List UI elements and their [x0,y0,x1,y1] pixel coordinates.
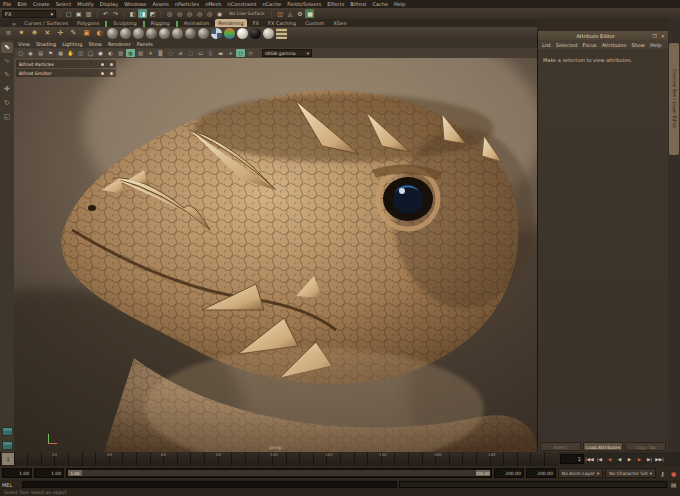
menu-set-dropdown[interactable]: FX ▾ [2,10,56,18]
resolution-gate-icon[interactable]: ▯ [206,49,215,57]
material-viewer-toggle-icon[interactable]: ▦ [305,9,314,18]
render-settings-icon[interactable]: ⚙ [295,9,304,18]
command-input[interactable] [22,481,397,488]
shelf-tab[interactable]: Custom [302,19,327,27]
panel-menu-item[interactable]: Lighting [62,41,82,47]
shelf-tab[interactable]: Curves / Surfaces [21,19,71,27]
lock-camera-icon[interactable]: ◉ [26,49,35,57]
menu-item[interactable]: Effects [327,0,344,8]
arnold-light-icon[interactable]: ◐ [94,28,105,39]
open-scene-icon[interactable]: ▣ [74,9,83,18]
menu-item[interactable]: Display [100,0,118,8]
isolate-select-icon[interactable]: ◇ [246,49,255,57]
current-frame-field[interactable]: 1 [560,454,584,464]
range-slider[interactable]: 1.00 200.00 [66,468,492,478]
menu-item[interactable]: Fields/Solvers [287,0,321,8]
menu-item[interactable]: nConstraint [227,0,256,8]
wireframe-icon[interactable]: ▥ [116,49,125,57]
load-attributes-button[interactable]: Load Attributes [583,442,624,451]
shelf-tab[interactable]: Rendering [215,19,247,27]
step-back-key-button[interactable]: ◀ [605,455,614,464]
ambient-light-icon[interactable]: ✛ [55,28,66,39]
joint-xray-icon[interactable]: ◫ [76,49,85,57]
two-d-pan-zoom-icon[interactable]: ✋ [66,49,75,57]
range-end-handle[interactable]: 200.00 [476,470,490,476]
gamma-icon[interactable]: ◐ [106,49,115,57]
command-line-language-label[interactable]: MEL [2,482,20,488]
phong-e-material-icon[interactable] [172,28,183,39]
go-to-start-button[interactable]: |◀◀ [585,455,594,464]
shelf-tab[interactable]: Rigging [148,19,173,27]
menu-item[interactable]: Modify [77,0,94,8]
blinn-material-icon[interactable] [133,28,144,39]
script-editor-icon[interactable]: ▤ [669,481,678,488]
animation-end-field[interactable]: 200.00 [526,468,556,478]
shelf-tab[interactable]: Polygons [74,19,102,27]
attribute-editor-menu-item[interactable]: Focus [582,42,596,48]
menu-item[interactable]: nMesh [205,0,221,8]
attribute-editor-menu-item[interactable]: Selected [556,42,578,48]
menu-item[interactable]: Assets [152,0,168,8]
use-all-lights-icon[interactable]: ☀ [146,49,155,57]
env-ball-icon[interactable] [237,28,248,39]
attribute-editor-menu-item[interactable]: Show [631,42,645,48]
shading-map-icon[interactable] [198,28,209,39]
set-key-icon[interactable]: ⚷ [658,469,667,478]
textured-icon[interactable]: ▨ [136,49,145,57]
xray-icon[interactable]: ◯ [86,49,95,57]
snap-to-curve-icon[interactable]: ◎ [175,9,184,18]
play-backwards-button[interactable]: ◀ [615,455,624,464]
multisample-icon[interactable]: ⬚ [186,49,195,57]
playback-end-field[interactable]: 200.00 [494,468,524,478]
attribute-editor-menu-item[interactable]: Help [650,42,661,48]
area-light-icon[interactable]: ▣ [81,28,92,39]
checker-texture-icon[interactable] [211,28,222,39]
play-forwards-button[interactable]: ▶ [625,455,634,464]
character-set-dropdown[interactable]: No Character Set ▾ [605,468,656,478]
hud-toggle-icon[interactable] [110,63,113,66]
snap-to-projected-center-icon[interactable]: ◎ [195,9,204,18]
shelf-tab[interactable]: Sculpting [110,19,139,27]
viewport-layout-single-button[interactable] [2,427,13,436]
ramp-texture-icon[interactable] [224,28,235,39]
select-hierarchy-icon[interactable]: ◧ [128,9,137,18]
close-panel-icon[interactable]: ✕ [661,33,665,39]
shelf-tab[interactable]: XGen [330,19,350,27]
auto-keyframe-icon[interactable]: ● [669,469,678,478]
paint-select-tool[interactable]: ✎ [1,70,13,81]
current-frame-marker[interactable]: 1 [2,453,14,465]
menu-item[interactable]: File [3,0,11,8]
hud-toggle-icon[interactable] [110,72,113,75]
standard-surface-material-icon[interactable] [107,28,118,39]
ipr-render-icon[interactable]: ◬ [285,9,294,18]
shaded-icon[interactable]: ◍ [126,49,135,57]
volume-light-icon[interactable]: ✎ [68,28,79,39]
viewport-canvas[interactable]: Bifrost Particles Bifrost Emitter persp [14,58,537,452]
menu-item[interactable]: Cache [372,0,388,8]
menu-item[interactable]: Create [33,0,50,8]
scale-tool[interactable]: ◱ [1,112,13,123]
panel-menu-item[interactable]: Panels [137,41,153,47]
move-tool[interactable]: ✚ [1,84,13,95]
playback-start-field[interactable]: 1.00 [34,468,64,478]
shelf-tab[interactable]: FX [250,19,262,27]
step-forward-key-button[interactable]: ▶ [635,455,644,464]
menu-item[interactable]: nParticles [175,0,199,8]
black-hole-icon[interactable] [250,28,261,39]
copy-tab-button[interactable]: Copy Tab [625,442,666,451]
select-component-icon[interactable]: ◩ [148,9,157,18]
ambient-occlusion-icon[interactable]: ◌ [166,49,175,57]
field-chart-icon[interactable]: + [226,49,235,57]
snap-to-view-plane-icon[interactable]: ◎ [205,9,214,18]
shelf-tab[interactable]: Animation [181,19,213,27]
motion-blur-icon[interactable]: ≋ [176,49,185,57]
anim-layer-dropdown[interactable]: No Anim Layer ▾ [558,468,603,478]
lasso-tool[interactable]: ∿ [1,56,13,67]
menu-item[interactable]: nCache [262,0,281,8]
anisotropic-material-icon[interactable] [120,28,131,39]
surface-shader-icon[interactable] [263,28,274,39]
step-forward-frame-button[interactable]: ▶| [645,455,654,464]
panel-menu-item[interactable]: Shading [36,41,56,47]
attribute-editor-menu-item[interactable]: Attributes [602,42,627,48]
snap-to-point-icon[interactable]: ◎ [185,9,194,18]
